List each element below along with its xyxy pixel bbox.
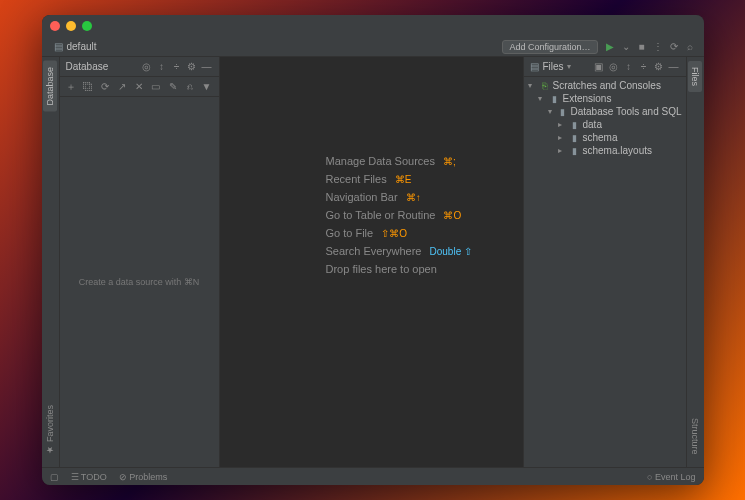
target-icon[interactable]: ◎ xyxy=(608,61,620,73)
folder-icon: ▮ xyxy=(569,132,580,143)
tree-arrow-icon[interactable]: ▾ xyxy=(548,107,555,116)
show-toolwindows-icon[interactable]: ▢ xyxy=(50,472,59,482)
welcome-row: Drop files here to open xyxy=(326,263,437,275)
zoom-icon[interactable] xyxy=(82,21,92,31)
welcome-row: Go to File⇧⌘O xyxy=(326,227,407,239)
edit-icon[interactable]: ✎ xyxy=(166,80,180,94)
folder-icon: ▤ xyxy=(530,61,539,72)
status-bar: ▢ ☰ TODO ⊘ Problems ○ Event Log xyxy=(42,467,704,485)
welcome-label: Navigation Bar xyxy=(326,191,398,203)
folder-icon: ▤ xyxy=(54,41,63,52)
database-panel: Database ◎ ↕ ÷ ⚙ — ＋ ⿻ ⟳ ↗ ✕ ▭ ✎ ⎌ ▼ Cre… xyxy=(60,57,220,467)
select-opened-icon[interactable]: ▣ xyxy=(593,61,605,73)
tree-arrow-icon[interactable]: ▾ xyxy=(538,94,546,103)
welcome-row: Navigation Bar⌘↑ xyxy=(326,191,421,203)
minimize-icon[interactable] xyxy=(66,21,76,31)
welcome-label: Go to File xyxy=(326,227,374,239)
database-toolbar: ＋ ⿻ ⟳ ↗ ✕ ▭ ✎ ⎌ ▼ xyxy=(60,77,219,97)
welcome-shortcut: Double ⇧ xyxy=(430,246,472,257)
welcome-shortcut: ⇧⌘O xyxy=(381,228,407,239)
folder-icon: ▮ xyxy=(549,93,560,104)
favorites-toolwindow-tab[interactable]: ★ Favorites xyxy=(44,401,56,459)
duplicate-icon[interactable]: ⿻ xyxy=(81,80,95,94)
hide-icon[interactable]: — xyxy=(201,61,213,73)
tree-node-label: Scratches and Consoles xyxy=(553,80,661,91)
welcome-row: Recent Files⌘E xyxy=(326,173,412,185)
tree-node[interactable]: ▸▮data xyxy=(528,118,682,131)
tree-node[interactable]: ▾▮Database Tools and SQL xyxy=(528,105,682,118)
welcome-label: Search Everywhere xyxy=(326,245,422,257)
tree-arrow-icon[interactable]: ▸ xyxy=(558,133,566,142)
close-icon[interactable] xyxy=(50,21,60,31)
more-icon[interactable]: ⋮ xyxy=(652,41,664,53)
folder-icon: ⎘ xyxy=(539,80,550,91)
divide-icon[interactable]: ÷ xyxy=(638,61,650,73)
welcome-label: Manage Data Sources xyxy=(326,155,435,167)
files-toolwindow-tab[interactable]: Files xyxy=(688,61,702,92)
database-toolwindow-tab[interactable]: Database xyxy=(43,61,57,112)
gear-icon[interactable]: ⚙ xyxy=(653,61,665,73)
stop-icon[interactable]: ■ xyxy=(636,41,648,53)
debug-icon[interactable]: ⌄ xyxy=(620,41,632,53)
database-panel-title: Database xyxy=(66,61,109,72)
files-panel-header: ▤ Files ▾ ▣ ◎ ↕ ÷ ⚙ — xyxy=(524,57,686,77)
chevron-down-icon[interactable]: ▾ xyxy=(567,62,571,71)
welcome-shortcut: ⌘; xyxy=(443,156,456,167)
filter-icon[interactable]: ▼ xyxy=(200,80,214,94)
welcome-row: Go to Table or Routine⌘O xyxy=(326,209,462,221)
titlebar xyxy=(42,15,704,37)
files-panel-title: Files xyxy=(543,61,564,72)
welcome-shortcut: ⌘↑ xyxy=(406,192,421,203)
editor-placeholder[interactable]: Manage Data Sources⌘; Recent Files⌘E Nav… xyxy=(220,57,523,467)
refresh-icon[interactable]: ⟳ xyxy=(98,80,112,94)
tree-node[interactable]: ▸▮schema.layouts xyxy=(528,144,682,157)
welcome-row: Search EverywhereDouble ⇧ xyxy=(326,245,472,257)
problems-button[interactable]: ⊘ Problems xyxy=(119,472,168,482)
run-icon[interactable]: ▶ xyxy=(604,41,616,53)
welcome-label: Go to Table or Routine xyxy=(326,209,436,221)
tree-arrow-icon[interactable]: ▸ xyxy=(558,146,566,155)
files-tree: ▾⎘Scratches and Consoles▾▮Extensions▾▮Da… xyxy=(524,77,686,467)
hide-icon[interactable]: — xyxy=(668,61,680,73)
welcome-shortcut: ⌘E xyxy=(395,174,412,185)
project-tab[interactable]: ▤ default xyxy=(48,41,103,52)
jump-icon[interactable]: ↗ xyxy=(115,80,129,94)
tree-node[interactable]: ▾▮Extensions xyxy=(528,92,682,105)
folder-icon: ▮ xyxy=(569,119,580,130)
files-panel: ▤ Files ▾ ▣ ◎ ↕ ÷ ⚙ — ▾⎘Scratches and Co… xyxy=(523,57,686,467)
welcome-label: Recent Files xyxy=(326,173,387,185)
folder-icon: ▮ xyxy=(558,106,568,117)
gear-icon[interactable]: ⚙ xyxy=(186,61,198,73)
structure-toolwindow-tab[interactable]: Structure xyxy=(689,414,701,459)
folder-icon: ▮ xyxy=(569,145,580,156)
project-title: default xyxy=(67,41,97,52)
add-icon[interactable]: ＋ xyxy=(64,80,78,94)
tree-node-label: Database Tools and SQL xyxy=(570,106,681,117)
todo-button[interactable]: ☰ TODO xyxy=(71,472,107,482)
divide-icon[interactable]: ÷ xyxy=(171,61,183,73)
welcome-shortcut: ⌘O xyxy=(443,210,461,221)
revert-icon[interactable]: ⎌ xyxy=(183,80,197,94)
left-gutter: Database ★ Favorites xyxy=(42,57,60,467)
window-controls xyxy=(50,21,92,31)
welcome-row: Manage Data Sources⌘; xyxy=(326,155,456,167)
tree-node-label: data xyxy=(583,119,602,130)
tx-icon[interactable]: ▭ xyxy=(149,80,163,94)
tree-node-label: schema xyxy=(583,132,618,143)
add-configuration-button[interactable]: Add Configuration… xyxy=(502,40,597,54)
tree-arrow-icon[interactable]: ▸ xyxy=(558,120,566,129)
tree-node[interactable]: ▾⎘Scratches and Consoles xyxy=(528,79,682,92)
stop-icon[interactable]: ✕ xyxy=(132,80,146,94)
database-empty-hint: Create a data source with ⌘N xyxy=(79,277,200,287)
sort-icon[interactable]: ↕ xyxy=(156,61,168,73)
main-area: Database ★ Favorites Database ◎ ↕ ÷ ⚙ — … xyxy=(42,57,704,467)
right-gutter: Files Structure xyxy=(686,57,704,467)
target-icon[interactable]: ◎ xyxy=(141,61,153,73)
sort-icon[interactable]: ↕ xyxy=(623,61,635,73)
tree-arrow-icon[interactable]: ▾ xyxy=(528,81,536,90)
search-icon[interactable]: ⌕ xyxy=(684,41,696,53)
tree-node[interactable]: ▸▮schema xyxy=(528,131,682,144)
database-panel-header: Database ◎ ↕ ÷ ⚙ — xyxy=(60,57,219,77)
update-icon[interactable]: ⟳ xyxy=(668,41,680,53)
event-log-button[interactable]: ○ Event Log xyxy=(647,472,695,482)
